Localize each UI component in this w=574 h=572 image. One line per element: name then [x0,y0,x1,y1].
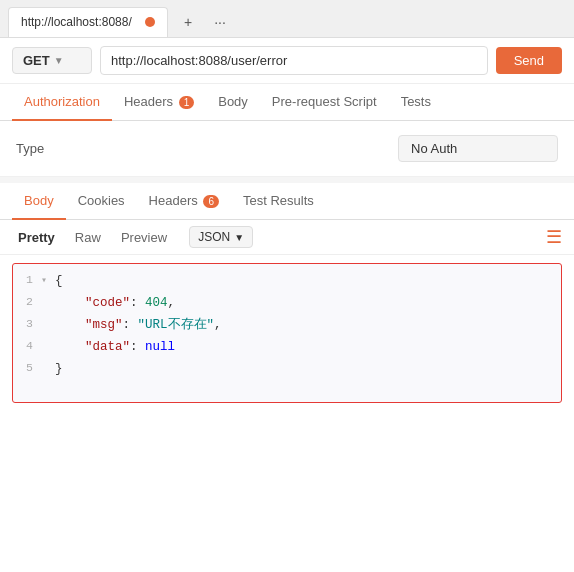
format-type-label: JSON [198,230,230,244]
line-2-arrow-placeholder [41,293,55,295]
format-tab-pretty[interactable]: Pretty [12,227,61,248]
tab-url-text: http://localhost:8088/ [21,15,139,29]
auth-type-label: Type [16,141,96,156]
tab-body-label: Body [218,94,248,109]
response-code-area: 1 ▾ { 2 "code": 404, 3 "msg": "URL不存在", … [12,263,562,403]
code-line-3: 3 "msg": "URL不存在", [13,314,561,336]
browser-tab[interactable]: http://localhost:8088/ [8,7,168,37]
tab-authorization[interactable]: Authorization [12,84,112,121]
line-4-content: "data": null [55,337,561,357]
method-label: GET [23,53,50,68]
format-tab-preview[interactable]: Preview [115,227,173,248]
code-line-1: 1 ▾ { [13,270,561,292]
wrap-icon[interactable]: ☰ [546,226,562,248]
request-bar: GET ▼ Send [0,38,574,84]
line-number-4: 4 [13,337,41,355]
browser-tab-bar: http://localhost:8088/ + ··· [0,0,574,38]
auth-type-value[interactable]: No Auth [398,135,558,162]
code-line-5: 5 } [13,358,561,380]
format-bar: Pretty Raw Preview JSON ▼ ☰ [0,220,574,255]
line-4-arrow-placeholder [41,337,55,339]
line-number-3: 3 [13,315,41,333]
new-tab-button[interactable]: + [176,10,200,34]
line-number-1: 1 [13,271,41,289]
format-pretty-label: Pretty [18,230,55,245]
response-tab-body-label: Body [24,193,54,208]
send-button[interactable]: Send [496,47,562,74]
url-input[interactable] [100,46,488,75]
format-chevron-icon: ▼ [234,232,244,243]
method-selector[interactable]: GET ▼ [12,47,92,74]
format-type-selector[interactable]: JSON ▼ [189,226,253,248]
method-chevron-icon: ▼ [54,55,64,66]
tab-tests[interactable]: Tests [389,84,443,121]
line-number-5: 5 [13,359,41,377]
auth-type-row: Type No Auth [0,121,574,177]
tab-pre-request-label: Pre-request Script [272,94,377,109]
line-3-arrow-placeholder [41,315,55,317]
format-tab-raw[interactable]: Raw [69,227,107,248]
response-tab-test-results-label: Test Results [243,193,314,208]
line-2-content: "code": 404, [55,293,561,313]
tab-headers-label: Headers [124,94,173,109]
tab-headers-badge: 1 [179,96,195,109]
response-tab-headers-label: Headers [149,193,198,208]
code-line-2: 2 "code": 404, [13,292,561,314]
line-5-content: } [55,359,561,379]
format-preview-label: Preview [121,230,167,245]
tab-pre-request-script[interactable]: Pre-request Script [260,84,389,121]
response-tab-cookies-label: Cookies [78,193,125,208]
request-nav-tabs: Authorization Headers 1 Body Pre-request… [0,84,574,121]
format-raw-label: Raw [75,230,101,245]
response-tab-body[interactable]: Body [12,183,66,220]
tab-tests-label: Tests [401,94,431,109]
line-5-arrow-placeholder [41,359,55,361]
tab-headers[interactable]: Headers 1 [112,84,206,121]
tab-body[interactable]: Body [206,84,260,121]
tab-authorization-label: Authorization [24,94,100,109]
response-tab-headers[interactable]: Headers 6 [137,183,231,220]
line-1-arrow: ▾ [41,271,55,289]
response-section: Body Cookies Headers 6 Test Results Pret… [0,177,574,403]
line-number-2: 2 [13,293,41,311]
line-3-content: "msg": "URL不存在", [55,315,561,335]
response-tab-headers-badge: 6 [203,195,219,208]
code-line-4: 4 "data": null [13,336,561,358]
response-tab-cookies[interactable]: Cookies [66,183,137,220]
response-tab-test-results[interactable]: Test Results [231,183,326,220]
more-tabs-button[interactable]: ··· [208,10,232,34]
line-1-content: { [55,271,561,291]
tab-actions: + ··· [176,10,232,34]
tab-indicator-dot [145,17,155,27]
response-nav-tabs: Body Cookies Headers 6 Test Results [0,183,574,220]
